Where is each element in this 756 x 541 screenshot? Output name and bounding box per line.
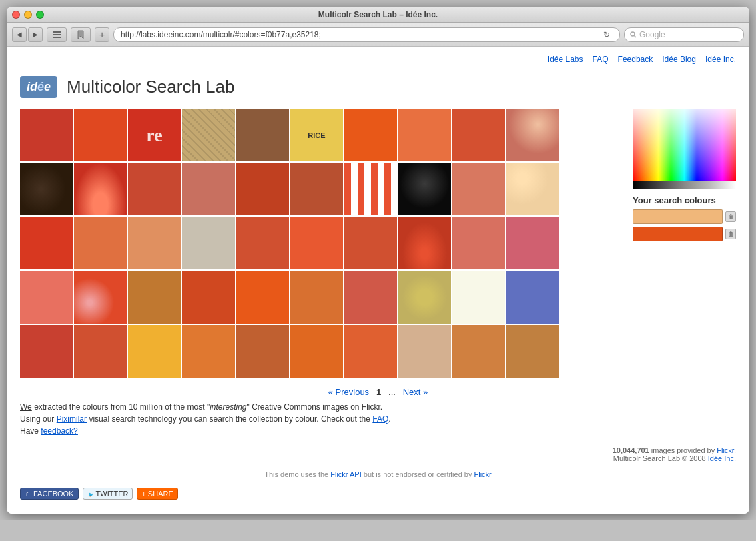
feedback-link[interactable]: feedback?: [41, 426, 77, 436]
grid-cell[interactable]: [20, 271, 73, 324]
grid-cell[interactable]: [290, 217, 343, 269]
grid-cell[interactable]: [290, 271, 343, 324]
grid-cell[interactable]: [506, 163, 559, 215]
delete-swatch-1-button[interactable]: 🗑: [725, 211, 736, 222]
add-tab-button[interactable]: +: [95, 27, 109, 42]
grid-cell[interactable]: RICE: [290, 109, 343, 161]
grid-cell[interactable]: [182, 217, 235, 269]
search-placeholder: Google: [639, 30, 665, 39]
grid-cell[interactable]: [398, 271, 451, 324]
site-title: Multicolor Search Lab: [67, 77, 234, 97]
grid-cell[interactable]: [398, 217, 451, 269]
previous-page-link[interactable]: « Previous: [328, 387, 369, 397]
grid-cell[interactable]: [344, 109, 397, 161]
piximilar-link[interactable]: Piximilar: [57, 414, 87, 424]
grid-cell[interactable]: [128, 217, 181, 269]
grid-cell[interactable]: [20, 325, 73, 378]
bookmark-button[interactable]: [71, 27, 91, 42]
color-spectrum[interactable]: [633, 109, 736, 189]
grid-cell[interactable]: [452, 271, 505, 324]
browser-toolbar: ◀ ▶ + http://labs.ideeinc.com/multicolr/…: [7, 23, 749, 47]
nav-idee-inc[interactable]: Idée Inc.: [705, 55, 736, 64]
grid-cell[interactable]: [236, 271, 289, 324]
grid-cell[interactable]: [20, 217, 73, 269]
logo-area: idée Multicolor Search Lab: [7, 69, 749, 109]
grid-cell[interactable]: [20, 109, 73, 161]
grid-cell[interactable]: [236, 109, 289, 161]
grid-cell[interactable]: [182, 163, 235, 215]
grid-cell[interactable]: [74, 271, 127, 324]
maximize-button[interactable]: [36, 11, 44, 19]
grid-cell[interactable]: [182, 325, 235, 378]
grid-cell[interactable]: [506, 271, 559, 324]
url-bar[interactable]: http://labs.ideeinc.com/multicolr/#color…: [113, 27, 620, 42]
svg-line-5: [635, 35, 637, 37]
titlebar: Multicolr Search Lab – Idée Inc.: [7, 7, 749, 23]
grid-cell[interactable]: [452, 109, 505, 161]
disclaimer-prefix: This demo uses the: [264, 470, 330, 478]
grid-cell[interactable]: [182, 271, 235, 324]
idee-link-footer[interactable]: Idée Inc.: [708, 454, 736, 462]
grid-cell[interactable]: [236, 163, 289, 215]
grid-cell[interactable]: [290, 325, 343, 378]
image-grid: re RICE: [20, 109, 622, 379]
forward-button[interactable]: ▶: [28, 27, 43, 42]
nav-idee-blog[interactable]: Idée Blog: [662, 55, 696, 64]
grid-cell[interactable]: [344, 271, 397, 324]
grid-cell[interactable]: [398, 109, 451, 161]
nav-feedback[interactable]: Feedback: [618, 55, 653, 64]
grid-cell[interactable]: [506, 325, 559, 378]
color-swatch-1[interactable]: [633, 209, 723, 224]
refresh-button[interactable]: ↻: [601, 29, 613, 41]
grid-cell[interactable]: [506, 109, 559, 161]
facebook-button[interactable]: f FACEBOOK: [20, 488, 79, 500]
history-button[interactable]: [47, 27, 67, 42]
grid-cell[interactable]: [344, 217, 397, 269]
minimize-button[interactable]: [24, 11, 32, 19]
close-button[interactable]: [12, 11, 20, 19]
color-swatch-2[interactable]: [633, 227, 723, 241]
color-sidebar: Your search colours 🗑 🗑: [633, 109, 736, 379]
ellipsis: ...: [388, 387, 396, 397]
grid-cell[interactable]: [398, 325, 451, 378]
grid-cell[interactable]: [452, 163, 505, 215]
grid-cell[interactable]: [74, 163, 127, 215]
grid-cell[interactable]: [236, 325, 289, 378]
flickr-api-link[interactable]: Flickr API: [330, 470, 361, 478]
grid-cell[interactable]: [398, 163, 451, 215]
grid-cell[interactable]: [236, 217, 289, 269]
search-bar[interactable]: Google: [624, 27, 744, 42]
svg-marker-3: [78, 31, 83, 39]
grid-cell[interactable]: [344, 163, 397, 215]
share-icon: +: [141, 490, 145, 498]
flickr-link-footer[interactable]: Flickr: [717, 446, 734, 454]
grid-cell[interactable]: [20, 163, 73, 215]
grid-cell[interactable]: [452, 325, 505, 378]
grid-cell[interactable]: [506, 217, 559, 269]
browser-window: Multicolr Search Lab – Idée Inc. ◀ ▶ + h…: [7, 7, 749, 514]
back-button[interactable]: ◀: [12, 27, 27, 42]
svg-rect-0: [53, 31, 61, 33]
flickr-link-2[interactable]: Flickr: [474, 470, 492, 478]
grid-cell[interactable]: [74, 109, 127, 161]
grid-cell[interactable]: [452, 217, 505, 269]
grid-cell[interactable]: [344, 325, 397, 378]
grid-cell[interactable]: re: [128, 109, 181, 161]
share-button[interactable]: + SHARE: [137, 488, 177, 500]
faq-link[interactable]: FAQ: [372, 414, 388, 424]
grid-cell[interactable]: [74, 325, 127, 378]
next-page-link[interactable]: Next »: [403, 387, 428, 397]
grid-cell[interactable]: [182, 109, 235, 161]
spectrum-svg[interactable]: [633, 109, 736, 189]
nav-faq[interactable]: FAQ: [593, 55, 609, 64]
grid-cell[interactable]: [128, 163, 181, 215]
grid-cell[interactable]: [74, 217, 127, 269]
grid-cell[interactable]: [128, 271, 181, 324]
nav-idee-labs[interactable]: Idée Labs: [548, 55, 583, 64]
grid-cell[interactable]: [290, 163, 343, 215]
idee-logo: idée: [20, 76, 57, 98]
delete-swatch-2-button[interactable]: 🗑: [725, 229, 736, 239]
nav-buttons: ◀ ▶: [12, 27, 43, 42]
grid-cell[interactable]: [128, 325, 181, 378]
twitter-button[interactable]: 🐦 TWITTER: [83, 488, 133, 500]
